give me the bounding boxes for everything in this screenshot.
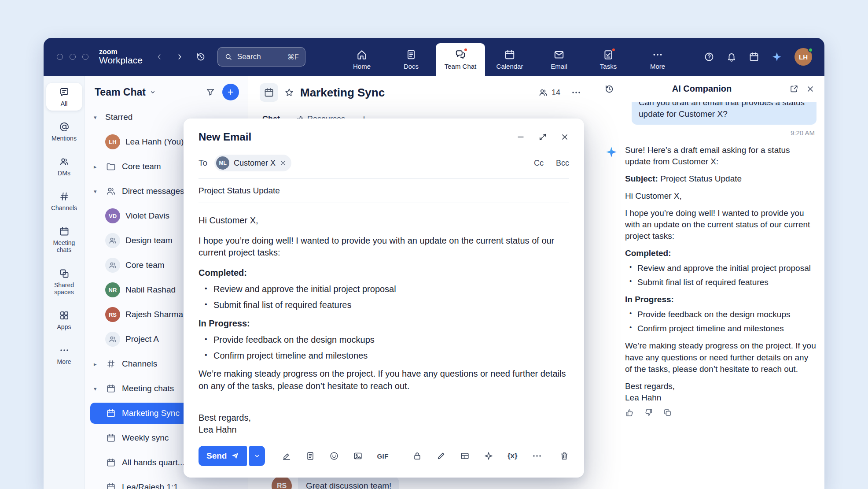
notifications-bell-icon[interactable] [726, 52, 737, 62]
unread-badge [611, 48, 616, 52]
topbar-right: LH [704, 38, 812, 76]
window-controls [57, 54, 88, 60]
nav-more[interactable]: More [633, 43, 682, 76]
apps-icon [59, 310, 70, 321]
ai-response-actions [625, 408, 817, 417]
chat-item-label: Nabil Rashad [125, 285, 176, 295]
window-zoom-button[interactable] [82, 54, 88, 60]
email-icon [553, 49, 565, 60]
back-button[interactable] [155, 52, 164, 61]
group-channels-label: Channels [122, 359, 157, 369]
ai-signoff: Best regards, [625, 381, 817, 392]
rail-more-label: More [57, 358, 71, 365]
rail-item-all[interactable]: All [46, 83, 82, 111]
rail-apps-label: Apps [57, 323, 71, 330]
ai-subject-value: Project Status Update [660, 174, 742, 183]
logo-zoom-text: zoom [99, 48, 143, 56]
chevron-down-icon[interactable] [149, 89, 156, 96]
popout-icon[interactable] [789, 84, 799, 94]
group-meeting-chats-label: Meeting chats [122, 384, 174, 393]
send-options-button[interactable] [249, 446, 265, 466]
nav-tasks[interactable]: Tasks [584, 43, 633, 76]
recipient-name: Customer X [234, 159, 276, 168]
rail-item-shared-spaces[interactable]: Shared spaces [46, 264, 82, 299]
ai-sparkle-icon[interactable] [484, 451, 493, 461]
subject-field[interactable]: Project Status Update [199, 179, 569, 203]
rail-dms-label: DMs [58, 170, 70, 177]
rail-item-more[interactable]: More [46, 341, 82, 369]
rail-more-icon [59, 345, 70, 356]
window-close-button[interactable] [57, 54, 63, 60]
chat-item-label: Violet Davis [125, 211, 169, 221]
minimize-icon[interactable] [516, 133, 525, 141]
more-tools-icon[interactable] [532, 451, 542, 461]
expand-icon[interactable] [538, 133, 547, 141]
attach-file-icon[interactable] [305, 451, 315, 461]
rail-item-channels[interactable]: Channels [46, 187, 82, 215]
modal-header: New Email [184, 119, 584, 151]
image-icon[interactable] [353, 451, 363, 461]
copy-icon[interactable] [663, 408, 672, 417]
ai-conversation: Can you draft an email that provides a s… [594, 102, 824, 489]
trash-icon[interactable] [559, 451, 569, 461]
recipient-chip[interactable]: ML Customer X [214, 155, 291, 171]
group-direct-messages-label: Direct messages [122, 186, 184, 196]
rail-item-mentions[interactable]: Mentions [46, 118, 82, 145]
send-button[interactable]: Send [199, 446, 247, 466]
nav-docs[interactable]: Docs [386, 43, 436, 76]
ai-subject-line: Subject: Project Status Update [625, 173, 817, 185]
emoji-icon[interactable] [329, 451, 339, 461]
history-icon[interactable] [604, 84, 614, 94]
ai-panel-title: AI Companion [622, 84, 782, 94]
remove-recipient-icon[interactable] [280, 160, 286, 166]
list-item: Review and approve the initial project p… [203, 283, 569, 296]
gif-icon[interactable]: GIF [377, 452, 389, 460]
cc-button[interactable]: Cc [534, 159, 544, 168]
message-timestamp: 9:20 AM [607, 129, 815, 137]
nav-home[interactable]: Home [337, 43, 386, 76]
calendar-tray-icon[interactable] [749, 52, 759, 62]
search-input[interactable]: Search ⌘F [217, 47, 305, 67]
nav-calendar[interactable]: Calendar [485, 43, 534, 76]
help-icon[interactable] [704, 52, 714, 62]
format-pen-icon[interactable] [282, 451, 291, 461]
favorite-star-icon[interactable] [284, 88, 294, 97]
variables-icon[interactable]: {x} [508, 452, 518, 460]
email-body-editor[interactable]: Hi Customer X, I hope you’re doing well!… [184, 203, 584, 439]
rail-meeting-chats-label: Meeting chats [47, 239, 81, 253]
page-title: Marketing Sync [300, 86, 385, 100]
forward-button[interactable] [175, 52, 184, 61]
thumbs-up-icon[interactable] [625, 408, 634, 417]
user-avatar[interactable]: LH [794, 48, 812, 66]
meeting-chats-icon [59, 226, 70, 237]
window-minimize-button[interactable] [70, 54, 76, 60]
nav-email[interactable]: Email [534, 43, 584, 76]
new-chat-button[interactable] [222, 84, 239, 100]
ai-companion-icon[interactable] [771, 51, 783, 63]
signature-pencil-icon[interactable] [436, 451, 446, 461]
channel-header-actions: 14 [538, 87, 581, 98]
ai-signature: Lea Hahn [625, 392, 817, 404]
rail-item-dms[interactable]: DMs [46, 152, 82, 180]
list-item: Provide feedback on the design mockups [628, 309, 817, 320]
chat-list-actions [206, 84, 239, 100]
nav-team-chat[interactable]: Team Chat [436, 43, 485, 76]
template-layout-icon[interactable] [460, 451, 470, 461]
close-icon[interactable] [806, 85, 815, 93]
app-window: zoom Workplace Search ⌘F [44, 38, 824, 489]
ai-panel-header: AI Companion [594, 76, 824, 102]
rail-item-meeting-chats[interactable]: Meeting chats [46, 222, 82, 257]
bcc-button[interactable]: Bcc [556, 159, 569, 168]
channels-hash-icon [59, 191, 70, 202]
channel-calendar-icon [260, 83, 278, 102]
close-icon[interactable] [560, 133, 569, 141]
filter-icon[interactable] [206, 87, 215, 97]
channel-more-button[interactable] [571, 87, 581, 98]
email-signoff: Best regards, [199, 412, 569, 424]
members-count-button[interactable]: 14 [538, 88, 560, 97]
history-button[interactable] [195, 52, 206, 62]
rail-item-apps[interactable]: Apps [46, 306, 82, 334]
encrypt-lock-icon[interactable] [412, 451, 422, 461]
recipient-row: To ML Customer X Cc Bcc [199, 151, 569, 179]
thumbs-down-icon[interactable] [644, 408, 653, 417]
